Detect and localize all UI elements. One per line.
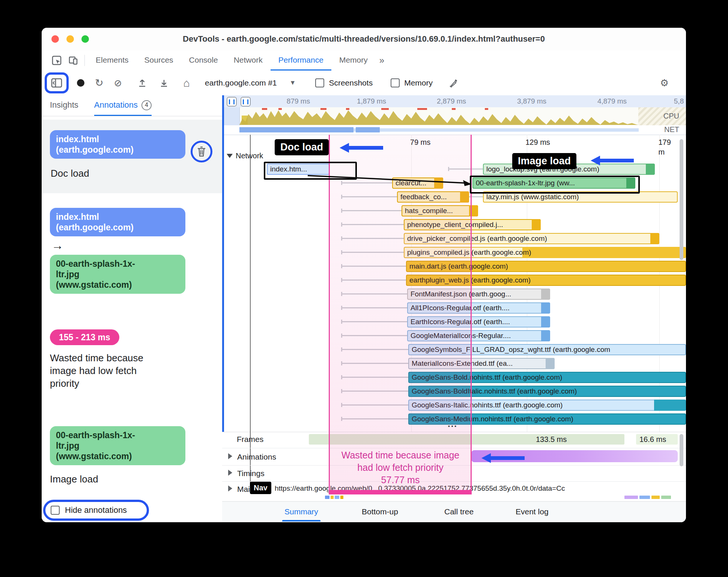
tab-bottom-up[interactable]: Bottom-up (362, 502, 398, 521)
time-range-chip[interactable]: 155 - 213 ms (50, 329, 119, 345)
divider (84, 55, 85, 66)
timings-track-label[interactable]: Timings (237, 467, 265, 479)
network-request-bar[interactable]: MaterialIcons-Extended.ttf (ea... (408, 358, 555, 369)
sidebar-toggle-icon[interactable] (48, 78, 65, 88)
network-request-bar[interactable]: GoogleMaterialIcons-Regular.... (407, 330, 550, 341)
request-timing-line (341, 404, 408, 406)
screenshots-checkbox[interactable] (315, 78, 324, 87)
network-request-bar[interactable]: clearcut... (392, 177, 443, 189)
tab-summary[interactable]: Summary (284, 502, 318, 521)
wasted-value: 57.77 ms (329, 474, 471, 486)
request-timing-line (341, 321, 407, 322)
main-expand-icon[interactable] (228, 485, 232, 491)
request-timing-line (341, 196, 397, 197)
network-section-header[interactable]: Network (227, 152, 263, 160)
network-request-bar[interactable]: hats_compile... (402, 205, 478, 216)
cpu-strip-label: CPU (663, 112, 679, 120)
network-request-bar[interactable]: earthplugin_web.js (earth.google.com) (406, 275, 686, 286)
clear-icon[interactable]: ⊘ (114, 78, 122, 89)
hide-annotations-label: Hide annotations (65, 505, 127, 515)
network-request-bar[interactable]: FontManifest.json (earth.goog... (407, 288, 550, 300)
grid-time-label: 179 m (659, 137, 677, 157)
timings-expand-icon[interactable] (228, 470, 232, 476)
network-request-bar[interactable]: GoogleSans-Bold.nohints.ttf (earth.googl… (408, 372, 686, 383)
network-request-bar[interactable]: main.dart.js (earth.google.com) (406, 261, 686, 272)
network-request-bar[interactable]: feedback_co... (397, 191, 469, 203)
request-timing-line (341, 182, 392, 183)
network-request-bar[interactable]: GoogleSymbols_FILL_GRAD_opsz_wght.ttf (e… (408, 344, 686, 355)
inspect-icon[interactable] (48, 50, 65, 71)
animations-track-label[interactable]: Animations (237, 451, 276, 463)
annotation-chip[interactable]: 00-earth-splash-1x- ltr.jpg (www.gstatic… (50, 426, 185, 465)
network-request-label: index.htm... (268, 164, 329, 174)
network-request-bar[interactable]: index.htm... (267, 164, 329, 175)
target-selector-caret-icon[interactable]: ▼ (290, 79, 296, 87)
overflow-indicator[interactable]: ... (448, 419, 457, 429)
annotation-entry-image-load[interactable]: 00-earth-splash-1x- ltr.jpg (www.gstatic… (50, 426, 222, 485)
tab-performance[interactable]: Performance (271, 50, 331, 71)
device-toolbar-icon[interactable] (65, 50, 81, 71)
tab-insights[interactable]: Insights (50, 95, 78, 116)
save-profile-icon[interactable] (156, 78, 172, 87)
tab-annotations[interactable]: Annotations 4 (94, 95, 152, 116)
animations-expand-icon[interactable] (228, 453, 232, 459)
network-request-label: EarthIcons-Regular.otf (earth.... (408, 317, 549, 326)
network-request-bar[interactable]: lazy.min.js (www.gstatic.com) (483, 191, 678, 203)
network-request-bar[interactable]: GoogleSans-BoldItalic.nohints.ttf (earth… (408, 386, 686, 397)
annotation-entry-doc-load[interactable]: index.html (earth.google.com) Doc load (42, 120, 222, 193)
memory-checkbox[interactable] (391, 78, 400, 87)
network-request-bar[interactable]: EarthIcons-Regular.otf (earth.... (407, 316, 550, 328)
annotation-chip[interactable]: index.html (earth.google.com) (50, 130, 185, 159)
capture-settings-icon[interactable]: ⚙ (660, 77, 669, 89)
tab-elements[interactable]: Elements (88, 50, 137, 71)
network-request-bar[interactable]: 00-earth-splash-1x-ltr.jpg (ww... (472, 177, 635, 189)
tab-memory[interactable]: Memory (331, 50, 376, 71)
delete-annotation-button[interactable] (197, 146, 206, 157)
image-load-callout: Image load (512, 153, 576, 169)
hide-annotations-checkbox[interactable] (51, 506, 60, 515)
network-request-bar[interactable]: All1PIcons-Regular.otf (earth.... (407, 302, 550, 314)
request-timing-line (341, 293, 407, 295)
network-request-label: GoogleSans-Bold.nohints.ttf (earth.googl… (409, 373, 685, 382)
reload-and-record-icon[interactable]: ↻ (95, 77, 104, 89)
network-request-label: earthplugin_web.js (earth.google.com) (407, 275, 685, 285)
network-request-label: phenotype_client_compiled.j... (405, 220, 540, 229)
annotations-count-badge: 4 (141, 100, 152, 110)
grid-time-label: 79 ms (410, 137, 430, 147)
annotation-entry-wasted-time[interactable]: 155 - 213 ms Wasted time because image h… (50, 329, 222, 390)
garbage-collect-icon[interactable] (445, 78, 462, 88)
load-profile-icon[interactable] (134, 78, 150, 87)
tab-sources[interactable]: Sources (137, 50, 181, 71)
request-timing-line (341, 279, 406, 281)
frames-track-label[interactable]: Frames (237, 434, 263, 445)
network-request-label: drive_picker_compiled.js (earth.google.c… (405, 234, 659, 243)
waterfall-scrollbar[interactable] (680, 139, 683, 260)
wasted-line2: had low fetch priority (329, 461, 471, 474)
network-request-bar[interactable]: phenotype_client_compiled.j... (404, 219, 541, 230)
annotation-entry-connection[interactable]: index.html (earth.google.com) → 00-earth… (50, 208, 222, 294)
network-request-bar[interactable]: GoogleSans-Italic.nohints.ttf (earth.goo… (408, 400, 686, 411)
range-handle-left[interactable] (227, 97, 237, 107)
network-request-label: FontManifest.json (earth.goog... (408, 289, 549, 299)
record-icon[interactable] (77, 79, 84, 87)
network-request-bar[interactable]: plugins_compiled.js (earth.google.com) (404, 247, 686, 258)
tab-event-log[interactable]: Event log (516, 502, 549, 521)
frames-bar[interactable] (309, 434, 624, 445)
panel-tabs: ElementsSourcesConsoleNetworkPerformance… (88, 50, 376, 71)
tab-call-tree[interactable]: Call tree (444, 502, 474, 521)
annotation-chip[interactable]: 00-earth-splash-1x- ltr.jpg (www.gstatic… (50, 255, 185, 294)
network-request-bar[interactable]: drive_picker_compiled.js (earth.google.c… (404, 233, 659, 244)
request-timing-line (341, 238, 404, 239)
home-icon[interactable]: ⌂ (184, 77, 190, 89)
range-handle-right[interactable] (241, 97, 251, 107)
wasted-line1: Wasted time because image (329, 449, 471, 461)
tab-console[interactable]: Console (181, 50, 226, 71)
tab-network[interactable]: Network (226, 50, 271, 71)
more-tabs-button[interactable]: » (376, 50, 388, 71)
network-request-label: feedback_co... (398, 192, 468, 201)
annotation-chip[interactable]: index.html (earth.google.com) (50, 208, 185, 236)
target-selector[interactable]: earth.google.com #1 (205, 78, 277, 87)
network-request-label: main.dart.js (earth.google.com) (407, 261, 685, 271)
tracks-scrollbar[interactable] (680, 434, 683, 466)
collapse-triangle-icon[interactable] (227, 154, 233, 158)
